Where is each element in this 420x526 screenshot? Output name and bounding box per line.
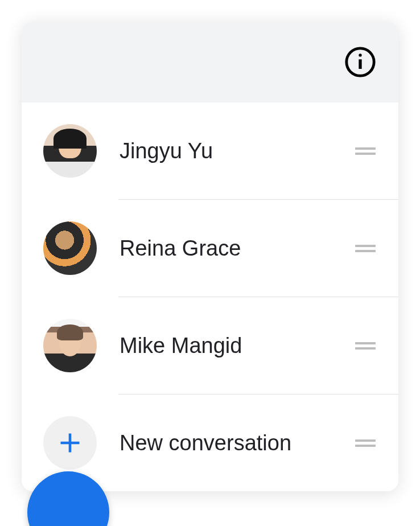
drag-handle-icon[interactable] <box>355 245 376 252</box>
conversation-item-content: Jingyu Yu <box>43 124 355 178</box>
info-button[interactable] <box>344 46 377 79</box>
drag-handle-icon[interactable] <box>355 147 376 155</box>
conversation-item[interactable]: Mike Mangid <box>22 297 398 394</box>
new-conversation-content: New conversation <box>43 416 355 470</box>
conversation-item-content: Mike Mangid <box>43 319 355 372</box>
conversation-name: Reina Grace <box>120 236 355 261</box>
avatar <box>43 124 97 178</box>
conversation-list: Jingyu Yu Reina Grace Mike Mangid <box>22 102 398 491</box>
svg-point-2 <box>359 54 361 56</box>
info-icon <box>344 46 377 79</box>
avatar <box>43 319 97 372</box>
panel-header <box>22 22 398 102</box>
conversation-item[interactable]: Reina Grace <box>22 200 398 297</box>
new-conversation-label: New conversation <box>120 431 355 455</box>
plus-icon <box>57 430 83 455</box>
conversation-item-content: Reina Grace <box>43 221 355 275</box>
conversation-item[interactable]: Jingyu Yu <box>22 102 398 199</box>
conversation-name: Mike Mangid <box>120 334 355 358</box>
drag-handle-icon[interactable] <box>355 342 376 350</box>
avatar <box>43 221 97 275</box>
conversation-panel: Jingyu Yu Reina Grace Mike Mangid <box>22 22 398 491</box>
conversation-name: Jingyu Yu <box>120 139 355 163</box>
new-conversation-avatar <box>43 416 97 470</box>
drag-handle-icon[interactable] <box>355 439 376 447</box>
